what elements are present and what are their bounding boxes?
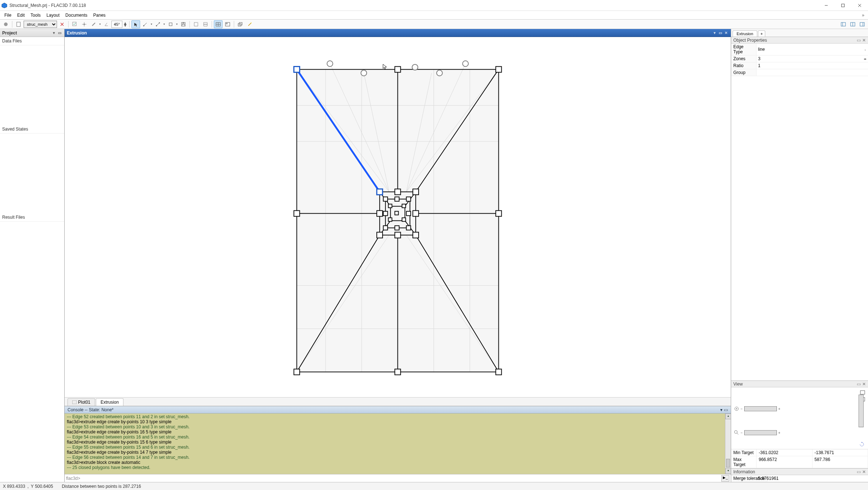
console-menu-icon[interactable]: ▾ (720, 407, 722, 412)
vertical-slider[interactable] (859, 395, 864, 427)
snap-point-button[interactable] (80, 20, 89, 28)
text-tool[interactable]: A (179, 20, 188, 28)
snap-angle-button[interactable] (102, 20, 111, 28)
svg-rect-111 (72, 400, 77, 404)
panel-menu-icon[interactable]: ▾ (51, 30, 56, 36)
props-close-icon[interactable]: ✕ (862, 38, 866, 43)
merge-tol-value[interactable]: 5.6761961 (757, 475, 868, 482)
prop-ratio-value[interactable]: 1 (757, 62, 868, 69)
plot-icon (72, 400, 77, 404)
console-input[interactable] (82, 476, 720, 481)
menu-file[interactable]: File (1, 12, 14, 18)
console-scrollbar[interactable]: ▴ ▾ (725, 413, 731, 474)
extrude-view-button[interactable] (236, 20, 245, 28)
console-run-button[interactable]: ▶_ (721, 475, 729, 482)
svg-point-15 (143, 25, 144, 26)
view-min-icon[interactable]: ▭ (857, 382, 861, 387)
extrusion-canvas[interactable] (65, 37, 731, 397)
min-target-y[interactable]: -138.7671 (812, 449, 868, 456)
right-tab-extrusion[interactable]: Extrusion (733, 30, 757, 37)
wand-icon (248, 22, 252, 26)
prop-edge-type-value[interactable]: line⌄ (757, 44, 868, 55)
section-data-files[interactable]: Data Files (0, 37, 64, 45)
show-mesh-button[interactable] (214, 20, 223, 28)
view-restore-icon[interactable]: ▭ (718, 30, 723, 36)
rotate-icon[interactable] (859, 442, 864, 447)
menu-documents[interactable]: Documents (62, 12, 90, 18)
svg-rect-93 (377, 211, 383, 217)
snap-point-icon (82, 22, 86, 26)
section-result-files[interactable]: Result Files (0, 213, 64, 222)
zoom-icon[interactable] (734, 430, 739, 435)
chevron-down-icon[interactable]: ⌄ (864, 48, 867, 51)
menu-edit[interactable]: Edit (14, 12, 28, 18)
console-line: flac3d>extrude edge create by-points 15 … (67, 440, 729, 445)
tab-plot01[interactable]: Plot01 (68, 398, 95, 406)
menu-panes[interactable]: Panes (90, 12, 109, 18)
maximize-button[interactable] (835, 0, 851, 11)
layout-a-button[interactable] (839, 20, 848, 28)
project-panel: Project ▾ ▭ Data Files Saved States Resu… (0, 29, 65, 482)
tab-extrusion[interactable]: Extrusion (96, 398, 123, 406)
status-bar: X 893.4333 , Y 500.6405 Distance between… (0, 482, 868, 490)
menu-overflow-icon[interactable]: » (860, 13, 867, 18)
prop-zones-value[interactable]: 3◂▸ (757, 55, 868, 62)
show-zones-button[interactable] (223, 20, 232, 28)
set-select[interactable]: struc_mesh (24, 21, 57, 28)
console-prompt: flac3d> (66, 476, 80, 481)
select-bounding-button[interactable] (192, 20, 200, 28)
right-tab-add[interactable]: + (758, 30, 765, 37)
console-input-row: flac3d> ▶_ (65, 474, 731, 482)
angle-spinner[interactable]: ▲▼ (123, 21, 127, 28)
console-min-icon[interactable]: ▭ (724, 407, 728, 412)
new-set-button[interactable] (14, 20, 23, 28)
scroll-down-icon[interactable]: ▾ (725, 468, 731, 474)
layout-c-button[interactable] (858, 20, 867, 28)
mouse-cursor-icon (383, 64, 731, 397)
delete-set-button[interactable] (58, 20, 66, 28)
validate-button[interactable] (70, 20, 79, 28)
menu-layout[interactable]: Layout (44, 12, 62, 18)
block-tool[interactable] (166, 20, 175, 28)
scroll-thumb[interactable] (726, 459, 730, 468)
prop-group-value[interactable] (757, 69, 868, 76)
console-output[interactable]: --- Edge 52 created between points 11 an… (65, 413, 731, 474)
snap-angle-input[interactable] (111, 21, 122, 28)
max-target-label: Max Target (731, 456, 757, 468)
layout-b-button[interactable] (848, 20, 857, 28)
info-close-icon[interactable]: ✕ (862, 469, 866, 474)
max-target-x[interactable]: 966.8572 (757, 456, 812, 468)
point-tool[interactable] (141, 20, 150, 28)
snap-edge-button[interactable] (89, 20, 98, 28)
view-close-icon[interactable]: ✕ (862, 382, 866, 387)
text-icon: A (181, 22, 186, 26)
auto-zone-button[interactable] (245, 20, 254, 28)
svg-rect-2 (841, 4, 844, 7)
page-icon (16, 22, 21, 27)
scroll-up-icon[interactable]: ▴ (725, 413, 731, 419)
stop-button[interactable] (1, 20, 10, 28)
max-target-y[interactable]: 587.786 (812, 456, 868, 468)
select-crossing-button[interactable] (201, 20, 210, 28)
minimize-button[interactable] (818, 0, 835, 11)
spinner-icon[interactable]: ◂▸ (864, 57, 867, 61)
panel-min-icon[interactable]: ▭ (57, 30, 62, 36)
svg-point-5 (4, 22, 8, 26)
pan-slider[interactable] (744, 406, 777, 411)
info-min-icon[interactable]: ▭ (857, 469, 861, 474)
select-tool[interactable] (131, 20, 140, 28)
edge-tool[interactable] (154, 20, 162, 28)
fit-view-icon[interactable] (860, 390, 865, 395)
section-saved-states[interactable]: Saved States (0, 125, 64, 133)
menu-tools[interactable]: Tools (28, 12, 44, 18)
view-controls: − + − + (731, 387, 868, 449)
view-close-icon[interactable]: ✕ (724, 30, 729, 36)
close-button[interactable] (851, 0, 868, 11)
view-menu-icon[interactable]: ▾ (712, 30, 717, 36)
svg-rect-22 (194, 22, 198, 26)
pan-icon[interactable] (734, 406, 739, 411)
props-min-icon[interactable]: ▭ (857, 38, 861, 43)
min-target-x[interactable]: -361.0202 (757, 449, 812, 456)
status-y-label: Y (31, 484, 34, 489)
zoom-slider[interactable] (744, 430, 777, 435)
